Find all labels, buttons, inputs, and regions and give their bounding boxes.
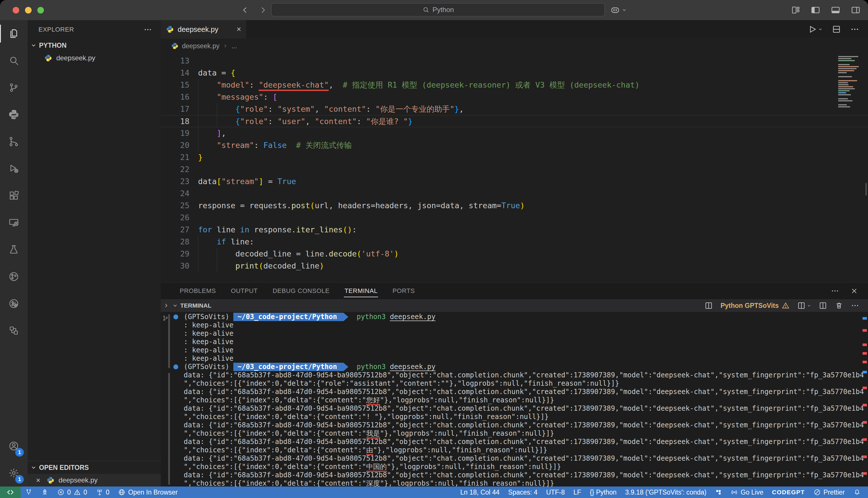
- code-line-25[interactable]: 25response = requests.post(url, headers=…: [161, 200, 868, 212]
- run-python-button[interactable]: [808, 25, 823, 34]
- command-center-search[interactable]: Python: [271, 3, 605, 16]
- code-line-29[interactable]: 29 decoded_line = line.decode('utf-8'): [161, 248, 868, 260]
- activity-extensions-icon[interactable]: [0, 182, 28, 209]
- activity-settings-icon[interactable]: 1: [0, 459, 28, 486]
- status-forwarded-ports[interactable]: 0: [92, 486, 114, 498]
- code-line-24[interactable]: 24: [161, 187, 868, 200]
- active-terminal-name[interactable]: Python GPTSoVits: [720, 302, 790, 310]
- status-codegpt[interactable]: CODEGPT: [768, 486, 809, 498]
- editor-scrollbar[interactable]: [865, 183, 867, 196]
- zoom-window-button[interactable]: [37, 7, 44, 13]
- terminal-tabs-icon[interactable]: [704, 301, 713, 310]
- scrollbar-annotation: [863, 352, 867, 355]
- code-line-30[interactable]: 30 print(decoded_line): [161, 260, 868, 272]
- file-item-deepseek[interactable]: deepseek.py: [28, 52, 161, 64]
- toggle-panel-icon[interactable]: [831, 5, 840, 15]
- activity-search-icon[interactable]: [0, 47, 28, 74]
- activity-source-control-icon[interactable]: [0, 74, 28, 101]
- split-editor-icon[interactable]: [832, 25, 841, 34]
- folder-section-python[interactable]: PYTHON: [28, 39, 161, 52]
- forward-icon[interactable]: [258, 5, 268, 15]
- close-window-button[interactable]: [13, 7, 19, 13]
- code-line-22[interactable]: 22: [161, 163, 868, 175]
- activity-explorer-icon[interactable]: [0, 20, 28, 47]
- kill-terminal-icon[interactable]: [835, 301, 843, 310]
- code-line-23[interactable]: 23data["stream"] = True: [161, 175, 868, 187]
- panel-tab-output[interactable]: OUTPUT: [223, 283, 265, 299]
- panel-tab-debug-console[interactable]: DEBUG CONSOLE: [265, 283, 337, 299]
- panel-chevron-icon[interactable]: [161, 302, 172, 309]
- status-language-mode[interactable]: {} Python: [585, 486, 621, 498]
- open-editor-item[interactable]: × deepseek.py: [28, 474, 161, 486]
- explorer-actions-icon[interactable]: [144, 25, 152, 34]
- code-line-18[interactable]: 18 {"role": "user", "content": "你是谁? "}: [161, 115, 868, 127]
- tab-deepseek-py[interactable]: deepseek.py ×: [161, 20, 247, 39]
- status-encoding[interactable]: UTF-8: [542, 486, 569, 498]
- code-line-14[interactable]: 14data = {: [161, 67, 868, 79]
- status-open-in-browser[interactable]: Open In Browser: [114, 486, 182, 498]
- code-line-28[interactable]: 28 if line:: [161, 236, 868, 248]
- scrollbar-annotation: [863, 343, 867, 346]
- new-terminal-pane-icon[interactable]: [819, 301, 827, 310]
- status-extension-blocks[interactable]: [711, 486, 726, 498]
- code-line-27[interactable]: 27for line in response.iter_lines():: [161, 224, 868, 236]
- activity-python-icon[interactable]: [0, 101, 28, 128]
- status-python-interpreter[interactable]: 3.9.18 ('GPTSoVits': conda): [621, 486, 711, 498]
- code-editor[interactable]: 1314data = {15 "model": "deepseek-chat",…: [161, 53, 868, 282]
- panel-tab-problems[interactable]: PROBLEMS: [172, 283, 223, 299]
- code-line-26[interactable]: 26: [161, 212, 868, 224]
- code-line-17[interactable]: 17 {"role": "system", "content": "你是一个专业…: [161, 103, 868, 115]
- activity-remote-explorer-icon[interactable]: [0, 209, 28, 236]
- code-line-20[interactable]: 20 "stream": False # 关闭流式传输: [161, 139, 868, 152]
- code-line-13[interactable]: 13: [161, 55, 868, 67]
- close-tab-icon[interactable]: ×: [236, 25, 241, 34]
- breadcrumb-file[interactable]: deepseek.py: [182, 42, 219, 50]
- code-line-19[interactable]: 19 ],: [161, 127, 868, 139]
- status-go-live[interactable]: Go Live: [726, 486, 768, 498]
- terminal-more-actions-icon[interactable]: [851, 301, 859, 310]
- breadcrumb-more[interactable]: ...: [231, 42, 237, 50]
- activity-accounts-icon[interactable]: 1: [0, 433, 28, 459]
- code-line-15[interactable]: 15 "model": "deepseek-chat", # 指定使用 R1 模…: [161, 79, 868, 91]
- panel-more-actions-icon[interactable]: [831, 287, 839, 295]
- status-tunnel[interactable]: [21, 486, 37, 498]
- status-cursor-position[interactable]: Ln 18, Col 44: [456, 486, 504, 498]
- activity-circle-branch-icon[interactable]: [0, 263, 28, 290]
- close-icon[interactable]: ×: [34, 476, 42, 485]
- code-text: {"role": "user", "content": "你是谁? "}: [198, 116, 413, 127]
- terminal-output[interactable]: (GPTSoVits) ~/03_code-project/Python pyt…: [161, 312, 868, 486]
- terminal-line: (GPTSoVits) ~/03_code-project/Python pyt…: [161, 363, 868, 371]
- customize-layout-icon[interactable]: [791, 5, 800, 15]
- chevron-down-icon[interactable]: [172, 303, 178, 309]
- activity-code-stream-icon[interactable]: [0, 290, 28, 317]
- split-terminal-icon[interactable]: [797, 301, 811, 310]
- status-problems[interactable]: 00: [53, 486, 92, 498]
- remote-indicator[interactable]: [0, 486, 21, 498]
- status-indentation[interactable]: Spaces: 4: [504, 486, 542, 498]
- code-line-21[interactable]: 21}: [161, 152, 868, 163]
- minimize-window-button[interactable]: [25, 7, 31, 13]
- status-eol[interactable]: LF: [569, 486, 585, 498]
- status-codegpt-rocket[interactable]: [37, 486, 53, 498]
- toggle-sidebar-icon[interactable]: [811, 5, 820, 15]
- bell-icon: [853, 488, 861, 496]
- status-prettier[interactable]: Prettier: [809, 486, 849, 498]
- copilot-menu[interactable]: [610, 0, 627, 20]
- activity-testing-icon[interactable]: [0, 236, 28, 263]
- activity-git-graph-icon[interactable]: [0, 128, 28, 155]
- code-line-16[interactable]: 16 "messages": [: [161, 91, 868, 103]
- close-panel-icon[interactable]: [850, 287, 858, 295]
- back-icon[interactable]: [241, 5, 250, 15]
- activity-organization-icon[interactable]: [0, 317, 28, 344]
- more-actions-icon[interactable]: [850, 25, 859, 34]
- open-editors-section[interactable]: OPEN EDITORS: [28, 461, 161, 474]
- status-notifications[interactable]: [849, 486, 865, 498]
- toggle-secondary-sidebar-icon[interactable]: [851, 5, 860, 15]
- panel-tab-terminal[interactable]: TERMINAL: [337, 283, 385, 299]
- code-text: "messages": [: [198, 91, 277, 103]
- panel-tab-ports[interactable]: PORTS: [385, 283, 422, 299]
- minimap[interactable]: [838, 56, 864, 108]
- breadcrumb[interactable]: deepseek.py ...: [161, 39, 868, 53]
- scrollbar-annotation: [863, 317, 867, 320]
- activity-run-debug-icon[interactable]: [0, 155, 28, 182]
